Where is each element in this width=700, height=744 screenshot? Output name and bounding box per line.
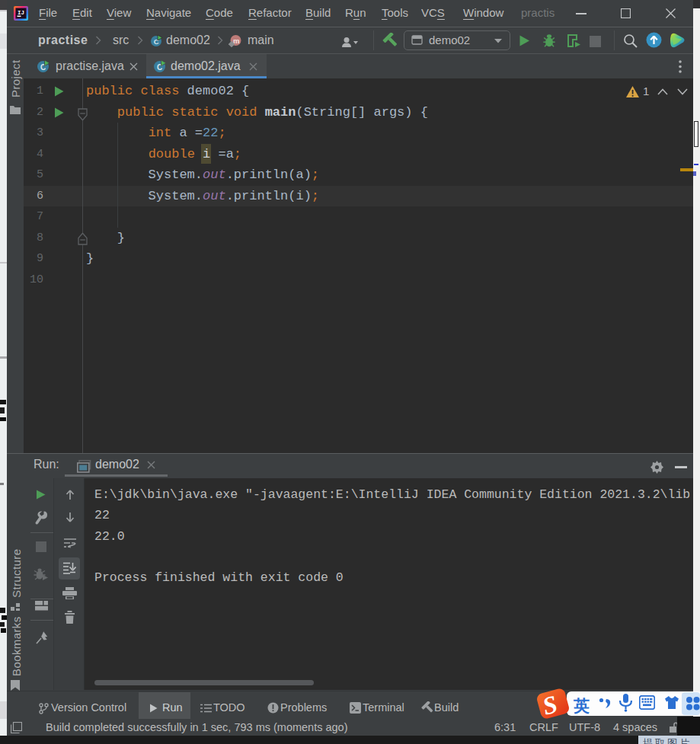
svg-text:IJ: IJ bbox=[18, 10, 24, 16]
svg-text:m: m bbox=[233, 37, 239, 45]
